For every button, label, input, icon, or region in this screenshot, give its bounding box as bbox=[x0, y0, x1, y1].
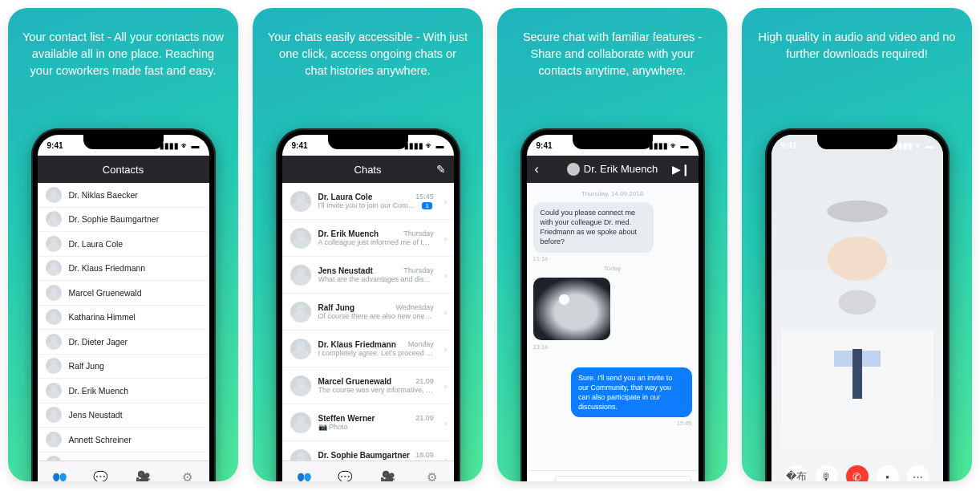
avatar bbox=[46, 432, 62, 448]
message-input[interactable]: Type message... ➤ bbox=[555, 476, 691, 482]
contact-row[interactable]: Dr. Klaus Friedmann bbox=[38, 257, 209, 282]
avatar bbox=[290, 302, 311, 323]
status-icons: ▮▮▮▮ᯤ▬ bbox=[893, 141, 933, 150]
chat-name: Ralf Jung bbox=[318, 303, 355, 312]
video-call-icon[interactable]: ▶❙ bbox=[672, 163, 690, 176]
tab-settings[interactable]: ⚙Settings bbox=[422, 471, 442, 481]
avatar bbox=[567, 163, 580, 176]
back-icon[interactable]: ‹ bbox=[535, 162, 539, 177]
contact-name: Ralf Jung bbox=[69, 361, 104, 371]
attachment-image[interactable] bbox=[533, 278, 610, 340]
message-incoming[interactable]: Could you please connect me with your co… bbox=[533, 202, 654, 253]
tab-contacts[interactable]: 👥Contacts bbox=[49, 471, 71, 481]
contact-row[interactable]: Dr. Laura Cole bbox=[38, 232, 209, 257]
contact-name: Dr. Klaus Friedmann bbox=[69, 263, 146, 273]
contact-row[interactable]: Dr. Niklas Baecker bbox=[38, 183, 209, 208]
tab-contacts[interactable]: 👥Contacts bbox=[294, 471, 316, 481]
screenshot-card-video: High quality in audio and video and no f… bbox=[742, 8, 972, 481]
end-call-button[interactable]: ✆ bbox=[846, 465, 869, 481]
day-label: Today bbox=[533, 262, 692, 274]
contact-row[interactable]: Jens Neustadt bbox=[38, 452, 209, 461]
phone-frame: 9:41 ▮▮▮▮ᯤ▬ �布 🎙 ✆ ▪ ⋯ bbox=[765, 128, 950, 481]
chat-row[interactable]: Ralf JungWednesdayOf course there are al… bbox=[282, 294, 454, 331]
contact-row[interactable]: Annett Schreiner bbox=[38, 428, 209, 452]
chat-row[interactable]: Marcel Gruenewald21.09The course was ver… bbox=[282, 367, 454, 404]
chat-row[interactable]: Steffen Werner21.09📷 Photo› bbox=[282, 404, 454, 441]
contact-name: Dr. Dieter Jager bbox=[69, 337, 128, 347]
more-button[interactable]: ⋯ bbox=[907, 465, 929, 481]
status-time: 9:41 bbox=[781, 141, 797, 150]
chat-snippet: I'll invite you to join our Commun… bbox=[318, 201, 419, 209]
avatar bbox=[46, 236, 62, 252]
chat-list[interactable]: Dr. Laura Cole15:45 I'll invite you to j… bbox=[282, 183, 454, 461]
contact-name: Katharina Himmel bbox=[69, 312, 136, 322]
unread-badge: 1 bbox=[422, 202, 431, 209]
tab-myroom[interactable]: 🎥My Room bbox=[375, 471, 399, 481]
chat-name: Steffen Werner bbox=[318, 414, 375, 423]
contact-row[interactable]: Ralf Jung bbox=[38, 355, 209, 379]
timestamp: 15:45 bbox=[533, 420, 692, 427]
contact-row[interactable]: Katharina Himmel bbox=[38, 306, 209, 331]
contact-row[interactable]: Marcel Gruenewald bbox=[38, 281, 209, 306]
avatar bbox=[46, 211, 62, 227]
contact-row[interactable]: Dr. Erik Muench bbox=[38, 379, 209, 404]
participants-button[interactable]: �布 bbox=[785, 465, 808, 481]
conversation-pane[interactable]: Thursday, 14.09.2018 Could you please co… bbox=[527, 183, 699, 467]
contact-row[interactable]: Dr. Dieter Jager bbox=[38, 330, 209, 355]
caption: Your contact list - All your contacts no… bbox=[8, 8, 238, 79]
message-outgoing[interactable]: Sure. I'll send you an invite to our Com… bbox=[571, 367, 691, 418]
chat-time: 21.09 bbox=[415, 377, 434, 386]
avatar bbox=[46, 358, 62, 374]
tab-chats[interactable]: 💬Chats bbox=[338, 471, 353, 481]
tab-bar: 👥Contacts 💬Chats 🎥My Room ⚙Settings bbox=[38, 461, 209, 481]
chat-row[interactable]: Dr. Klaus FriedmannMondayI completely ag… bbox=[282, 331, 454, 367]
chat-snippet: What are the advantages and disadvant… bbox=[318, 275, 434, 283]
chat-snippet: A colleague just informed me of the resu… bbox=[318, 238, 434, 246]
wifi-icon: ᯤ bbox=[181, 141, 189, 150]
notch bbox=[328, 135, 408, 149]
add-attachment-icon[interactable]: ＋ bbox=[534, 476, 549, 482]
day-label: Thursday, 14.09.2018 bbox=[533, 188, 692, 200]
phone-frame: 9:41 ▮▮▮▮ ᯤ ▬ Contacts Dr. Niklas Baecke… bbox=[31, 128, 216, 481]
tab-myroom[interactable]: 🎥My Room bbox=[131, 471, 155, 481]
chat-icon: 💬 bbox=[338, 471, 353, 481]
call-controls: �布 🎙 ✆ ▪ ⋯ bbox=[771, 465, 943, 481]
chat-time: 15:45 bbox=[415, 193, 434, 201]
mute-button[interactable]: 🎙 bbox=[816, 465, 838, 481]
contact-row[interactable]: Dr. Sophie Baumgartner bbox=[38, 208, 209, 233]
caption: Your chats easily accessible - With just… bbox=[253, 8, 483, 79]
chat-row[interactable]: Dr. Laura Cole15:45 I'll invite you to j… bbox=[282, 183, 454, 220]
avatar bbox=[290, 191, 311, 212]
avatar bbox=[46, 383, 62, 399]
chat-time: 21.09 bbox=[415, 414, 434, 423]
status-time: 9:41 bbox=[292, 141, 308, 150]
contact-list[interactable]: Dr. Niklas Baecker Dr. Sophie Baumgartne… bbox=[38, 183, 209, 461]
contacts-icon: 👥 bbox=[52, 471, 67, 481]
video-feed bbox=[771, 135, 943, 481]
send-icon[interactable]: ➤ bbox=[678, 481, 684, 482]
compose-icon[interactable]: ✎ bbox=[436, 163, 446, 176]
tab-chats[interactable]: 💬Chats bbox=[93, 471, 108, 481]
avatar bbox=[46, 334, 62, 350]
status-time: 9:41 bbox=[47, 141, 63, 150]
chevron-right-icon: › bbox=[441, 197, 447, 206]
chat-row[interactable]: Dr. Sophie Baumgartner18.09Hi! Thank you… bbox=[282, 441, 454, 461]
camera-button[interactable]: ▪ bbox=[877, 465, 899, 481]
screenshot-card-chats: Your chats easily accessible - With just… bbox=[253, 8, 483, 481]
contact-name: Dr. Niklas Baecker bbox=[69, 190, 138, 200]
phone-frame: 9:41 ▮▮▮▮ᯤ▬ Chats ✎ Dr. Laura Cole15:45 … bbox=[276, 128, 460, 481]
gear-icon: ⚙ bbox=[182, 471, 192, 481]
chevron-right-icon: › bbox=[441, 455, 447, 461]
notch bbox=[817, 135, 897, 149]
tab-settings[interactable]: ⚙Settings bbox=[177, 471, 197, 481]
chat-snippet: 📷 Photo bbox=[318, 423, 434, 431]
chat-row[interactable]: Dr. Erik MuenchThursdayA colleague just … bbox=[282, 220, 454, 257]
chat-time: Thursday bbox=[403, 266, 434, 275]
contact-row[interactable]: Jens Neustadt bbox=[38, 404, 209, 428]
chat-name: Jens Neustadt bbox=[318, 266, 373, 275]
avatar bbox=[290, 412, 311, 433]
battery-icon: ▬ bbox=[192, 141, 200, 150]
input-placeholder: Type message... bbox=[562, 481, 615, 482]
chat-row[interactable]: Jens NeustadtThursdayWhat are the advant… bbox=[282, 257, 454, 294]
chat-snippet: The course was very informative, thanks … bbox=[318, 386, 434, 394]
